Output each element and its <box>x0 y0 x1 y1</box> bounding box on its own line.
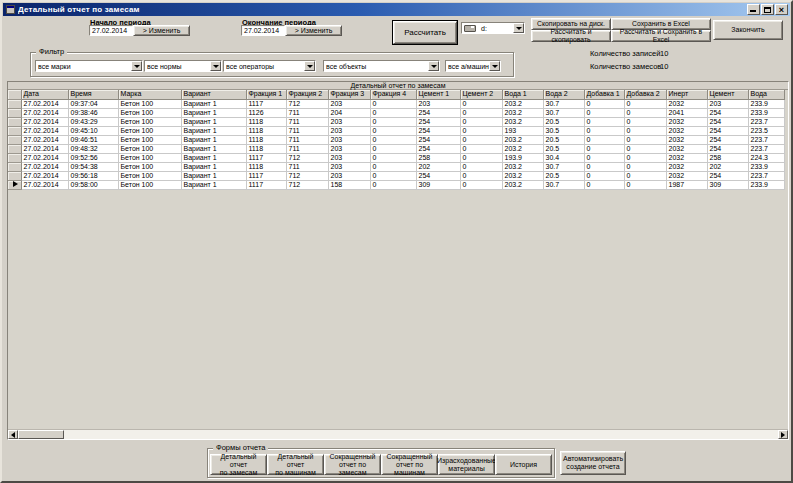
row-selector[interactable] <box>8 171 21 180</box>
chevron-down-icon[interactable] <box>304 61 315 71</box>
grid-cell[interactable]: Вариант 1 <box>181 99 246 108</box>
grid-cell[interactable]: 1118 <box>246 135 286 144</box>
table-row[interactable]: 27.02.201409:52:56Бетон 100Вариант 11117… <box>8 153 784 162</box>
grid-cell[interactable]: Вариант 1 <box>181 180 246 189</box>
grid-cell[interactable]: 203.2 <box>502 117 543 126</box>
grid-cell[interactable]: 1117 <box>246 171 286 180</box>
table-row[interactable]: 27.02.201409:56:18Бетон 100Вариант 11117… <box>8 171 784 180</box>
grid-cell[interactable]: 30.7 <box>543 99 584 108</box>
grid-cell[interactable]: 30.7 <box>543 180 584 189</box>
grid-cell[interactable]: 1118 <box>246 117 286 126</box>
grid-cell[interactable]: 254 <box>416 126 460 135</box>
grid-column-header[interactable]: Добавка 2 <box>624 90 666 99</box>
table-row[interactable]: 27.02.201409:43:29Бетон 100Вариант 11118… <box>8 117 784 126</box>
report-detail-batches-button[interactable]: Детальный отчет по замесам <box>210 454 267 475</box>
grid-cell[interactable]: 0 <box>460 126 502 135</box>
grid-cell[interactable]: 30.7 <box>543 162 584 171</box>
table-row[interactable]: 27.02.201409:58:00Бетон 100Вариант 11117… <box>8 180 784 189</box>
grid-cell[interactable]: 30.7 <box>543 108 584 117</box>
grid-cell[interactable]: 2032 <box>666 126 707 135</box>
grid-cell[interactable]: 1118 <box>246 126 286 135</box>
grid-cell[interactable]: 203 <box>328 153 370 162</box>
grid-cell[interactable]: Бетон 100 <box>118 135 181 144</box>
grid-cell[interactable]: Вариант 1 <box>181 135 246 144</box>
grid-cell[interactable]: 0 <box>584 162 624 171</box>
grid-cell[interactable]: 27.02.2014 <box>21 108 68 117</box>
grid-cell[interactable]: 27.02.2014 <box>21 144 68 153</box>
grid-cell[interactable]: 20.5 <box>543 171 584 180</box>
grid-cell[interactable]: 27.02.2014 <box>21 135 68 144</box>
grid-column-header[interactable]: Цемент 2 <box>460 90 502 99</box>
grid-cell[interactable]: 09:56:18 <box>68 171 118 180</box>
grid-cell[interactable]: 711 <box>286 135 328 144</box>
row-selector[interactable] <box>8 99 21 108</box>
grid-cell[interactable]: 30.4 <box>543 153 584 162</box>
grid-cell[interactable]: 1118 <box>246 144 286 153</box>
row-selector[interactable] <box>8 135 21 144</box>
grid-cell[interactable]: Бетон 100 <box>118 126 181 135</box>
grid-cell[interactable]: 0 <box>584 135 624 144</box>
grid-cell[interactable]: 2032 <box>666 144 707 153</box>
grid-cell[interactable]: 0 <box>584 144 624 153</box>
grid-cell[interactable]: 2032 <box>666 162 707 171</box>
grid-cell[interactable]: 0 <box>370 117 416 126</box>
table-row[interactable]: 27.02.201409:48:32Бетон 100Вариант 11118… <box>8 144 784 153</box>
grid-cell[interactable]: 0 <box>584 108 624 117</box>
grid-cell[interactable]: Бетон 100 <box>118 99 181 108</box>
grid-cell[interactable]: 09:45:10 <box>68 126 118 135</box>
grid-cell[interactable]: 204 <box>328 108 370 117</box>
grid-column-header[interactable]: Фракция 4 <box>370 90 416 99</box>
grid-cell[interactable]: 258 <box>416 153 460 162</box>
grid-cell[interactable]: 711 <box>286 162 328 171</box>
row-selector[interactable] <box>8 153 21 162</box>
finish-button[interactable]: Закончить <box>713 20 783 40</box>
filter-combo-operators[interactable]: все операторы <box>223 60 316 72</box>
grid-cell[interactable]: 0 <box>584 180 624 189</box>
grid-cell[interactable]: Бетон 100 <box>118 171 181 180</box>
grid-cell[interactable]: 203 <box>328 171 370 180</box>
grid-cell[interactable]: 254 <box>707 171 748 180</box>
period-start-change-button[interactable]: > Изменить <box>133 25 190 36</box>
grid-cell[interactable]: 0 <box>370 162 416 171</box>
table-row[interactable]: 27.02.201409:38:46Бетон 100Вариант 11126… <box>8 108 784 117</box>
grid-cell[interactable]: 0 <box>624 126 666 135</box>
chevron-down-icon[interactable] <box>513 23 524 33</box>
grid-cell[interactable]: 30.5 <box>543 126 584 135</box>
grid-cell[interactable]: 309 <box>416 180 460 189</box>
grid-cell[interactable]: 27.02.2014 <box>21 126 68 135</box>
grid-cell[interactable]: 712 <box>286 180 328 189</box>
grid-column-header[interactable]: Добавка 1 <box>584 90 624 99</box>
grid-cell[interactable]: 203.2 <box>502 180 543 189</box>
grid-column-header[interactable]: Цемент 1 <box>416 90 460 99</box>
report-materials-button[interactable]: Израсходованные материалы <box>438 454 495 475</box>
grid-cell[interactable]: Бетон 100 <box>118 180 181 189</box>
grid-cell[interactable]: 202 <box>707 162 748 171</box>
grid-cell[interactable]: 203 <box>328 99 370 108</box>
grid-column-header[interactable]: Цемент <box>707 90 748 99</box>
grid-cell[interactable]: 0 <box>370 153 416 162</box>
grid-cell[interactable]: 254 <box>416 144 460 153</box>
filter-combo-marks[interactable]: все марки <box>35 60 143 72</box>
grid-column-header[interactable]: Инерт <box>666 90 707 99</box>
grid-cell[interactable]: 712 <box>286 99 328 108</box>
grid-cell[interactable]: 27.02.2014 <box>21 171 68 180</box>
grid-cell[interactable]: 711 <box>286 117 328 126</box>
grid-cell[interactable]: 223.7 <box>748 144 784 153</box>
grid-cell[interactable]: Бетон 100 <box>118 144 181 153</box>
grid-cell[interactable]: 27.02.2014 <box>21 117 68 126</box>
grid-cell[interactable]: 20.5 <box>543 144 584 153</box>
grid-cell[interactable]: 233.9 <box>748 99 784 108</box>
grid-cell[interactable]: Бетон 100 <box>118 162 181 171</box>
grid-cell[interactable]: 0 <box>460 99 502 108</box>
grid-cell[interactable]: 309 <box>707 180 748 189</box>
scroll-left-button[interactable] <box>8 430 18 439</box>
grid-cell[interactable]: 0 <box>460 162 502 171</box>
grid-cell[interactable]: 2032 <box>666 135 707 144</box>
grid-cell[interactable]: 233.9 <box>748 162 784 171</box>
grid-cell[interactable]: 0 <box>460 171 502 180</box>
grid-cell[interactable]: 203 <box>328 144 370 153</box>
grid-cell[interactable]: 254 <box>707 117 748 126</box>
grid-cell[interactable]: 711 <box>286 126 328 135</box>
grid-cell[interactable]: 0 <box>584 99 624 108</box>
grid-cell[interactable]: 0 <box>370 180 416 189</box>
